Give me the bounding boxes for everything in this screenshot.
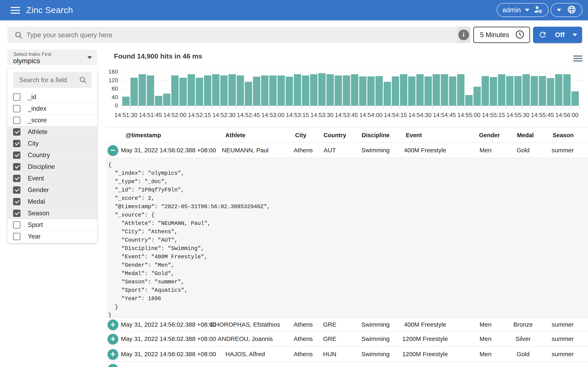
chart-menu-icon[interactable] bbox=[573, 55, 582, 63]
checkbox-unchecked[interactable] bbox=[13, 93, 20, 101]
histogram-bar bbox=[343, 75, 350, 106]
column-header-timestamp: @timestamp bbox=[126, 132, 161, 138]
field-row-Sport[interactable]: Sport bbox=[7, 219, 97, 231]
column-header-Event: Event bbox=[406, 132, 422, 138]
cell-Event: 1200M Freestyle bbox=[402, 335, 448, 342]
cell-City: Athens bbox=[294, 351, 312, 358]
histogram-bar bbox=[147, 75, 154, 106]
expand-row-button[interactable]: + bbox=[108, 364, 118, 367]
field-row-Medal[interactable]: Medal bbox=[7, 196, 97, 207]
histogram-bar bbox=[514, 76, 522, 106]
cell-Gender: Men bbox=[480, 147, 492, 154]
cell-Season: summer bbox=[552, 335, 574, 342]
field-row-Athlete[interactable]: Athlete bbox=[7, 126, 97, 138]
histogram-bar bbox=[400, 74, 407, 106]
checkbox-unchecked[interactable] bbox=[13, 105, 20, 112]
cell-Country: HUN bbox=[323, 351, 337, 358]
histogram-bar bbox=[457, 74, 465, 106]
checkbox-checked[interactable] bbox=[13, 163, 20, 170]
field-name: Medal bbox=[28, 196, 45, 207]
checkbox-unchecked[interactable] bbox=[13, 221, 20, 229]
field-search-box bbox=[13, 72, 91, 88]
cell-City: Athens bbox=[294, 335, 312, 342]
histogram-bar bbox=[294, 74, 301, 106]
x-axis-label: 14:53:00 bbox=[261, 112, 285, 118]
histogram-bar bbox=[139, 74, 146, 106]
expanded-document-json: { "_index": "olympics", "_type": "_doc",… bbox=[106, 158, 588, 318]
cell-Country: AUT bbox=[324, 147, 336, 154]
histogram-bar bbox=[155, 96, 162, 106]
field-name: Gender bbox=[28, 184, 49, 196]
index-selected-value: olympics bbox=[13, 57, 40, 65]
field-row-Year[interactable]: Year bbox=[7, 231, 97, 242]
histogram-bar bbox=[171, 75, 179, 106]
cell-Medal: Gold bbox=[517, 147, 529, 154]
checkbox-unchecked[interactable] bbox=[13, 117, 20, 124]
x-axis-label: 14:52:30 bbox=[213, 112, 236, 118]
checkbox-checked[interactable] bbox=[13, 151, 20, 159]
x-axis-label: 14:54:00 bbox=[360, 112, 383, 118]
checkbox-checked[interactable] bbox=[13, 198, 20, 205]
histogram-bar bbox=[539, 76, 546, 106]
histogram-bar bbox=[327, 74, 334, 106]
histogram-bar bbox=[261, 75, 268, 106]
app-title: Zinc Search bbox=[26, 0, 73, 20]
field-row-City[interactable]: City bbox=[7, 138, 97, 149]
field-row-Discipline[interactable]: Discipline bbox=[7, 161, 97, 173]
cell-Gender: Men bbox=[480, 321, 492, 328]
histogram-bar bbox=[482, 76, 489, 106]
search-icon bbox=[14, 31, 23, 40]
checkbox-checked[interactable] bbox=[13, 140, 20, 147]
field-row-Country[interactable]: Country bbox=[7, 149, 97, 161]
x-axis-label: 14:54:45 bbox=[433, 112, 456, 118]
expand-row-button[interactable]: + bbox=[108, 349, 118, 360]
histogram-bar bbox=[269, 75, 277, 106]
x-axis-label: 14:53:45 bbox=[335, 112, 358, 118]
x-axis-label: 14:52:15 bbox=[188, 112, 211, 118]
histogram-bar bbox=[571, 91, 579, 106]
field-name: Event bbox=[28, 173, 44, 184]
cell-Country: GRE bbox=[323, 321, 336, 328]
x-axis-label: 14:55:30 bbox=[507, 112, 530, 118]
histogram-bar bbox=[277, 75, 285, 106]
checkbox-checked[interactable] bbox=[13, 210, 20, 217]
histogram-bar bbox=[408, 76, 415, 106]
field-list-panel: _id_index_scoreAthleteCityCountryDiscipl… bbox=[7, 68, 97, 243]
checkbox-unchecked[interactable] bbox=[13, 233, 20, 240]
histogram-bar bbox=[424, 76, 432, 106]
x-axis-label: 14:52:00 bbox=[164, 112, 187, 118]
histogram-bar bbox=[204, 75, 211, 106]
histogram-bar bbox=[522, 74, 530, 106]
collapse-row-button[interactable]: − bbox=[108, 145, 118, 156]
cell-Athlete: NEUMANN, Paul bbox=[222, 147, 268, 154]
x-axis-label: 14:55:15 bbox=[482, 112, 505, 118]
field-row-_score[interactable]: _score bbox=[7, 114, 97, 126]
field-row-_index[interactable]: _index bbox=[7, 103, 97, 114]
x-axis-ticks bbox=[122, 106, 580, 109]
results-panel: Found 14,900 hits in 46 ms 1601208040014… bbox=[106, 0, 588, 367]
cell-Event: 400M Freestyle bbox=[404, 321, 446, 328]
histogram-bar bbox=[474, 87, 481, 106]
histogram-bar bbox=[555, 74, 562, 106]
checkbox-checked[interactable] bbox=[13, 186, 20, 194]
expand-row-button[interactable]: + bbox=[108, 319, 118, 330]
y-axis-tick-0: 0 bbox=[106, 102, 118, 109]
histogram-bar bbox=[384, 82, 391, 106]
cell-timestamp: May 31, 2022 14:56:02.388 +08:00 bbox=[121, 335, 216, 342]
x-axis-label: 14:55:45 bbox=[531, 112, 554, 118]
field-row-_id[interactable]: _id bbox=[7, 91, 97, 103]
field-search-input[interactable] bbox=[19, 72, 77, 88]
menu-icon[interactable] bbox=[11, 7, 20, 14]
field-name: _id bbox=[28, 91, 36, 103]
field-row-Gender[interactable]: Gender bbox=[7, 184, 97, 196]
histogram-bar bbox=[318, 73, 326, 106]
x-axis-label: 14:51:45 bbox=[139, 112, 162, 118]
x-axis-label: 14:54:30 bbox=[408, 112, 432, 118]
field-row-Season[interactable]: Season bbox=[7, 207, 97, 219]
index-select[interactable]: Select Index First olympics bbox=[7, 50, 97, 65]
field-row-Event[interactable]: Event bbox=[7, 173, 97, 184]
checkbox-checked[interactable] bbox=[13, 175, 20, 182]
expand-row-button[interactable]: + bbox=[108, 334, 118, 344]
checkbox-checked[interactable] bbox=[13, 128, 20, 136]
column-header-Country: Country bbox=[323, 132, 346, 138]
